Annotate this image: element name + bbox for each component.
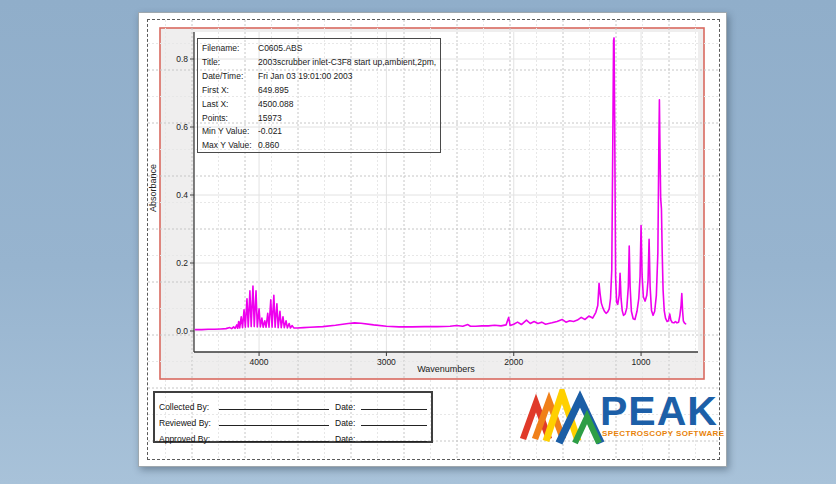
info-row: Title: 2003scrubber inlet-C3F8 start up,… bbox=[202, 56, 436, 70]
desktop-background: { "info_box": { "rows": [ {"label": "Fil… bbox=[0, 0, 836, 484]
info-row: First X: 649.895 bbox=[202, 84, 436, 98]
report-page: 40003000200010000.00.20.40.60.8 Filename… bbox=[138, 12, 727, 467]
info-value: -0.021 bbox=[258, 125, 436, 139]
y-axis-title: Absorbance bbox=[148, 138, 158, 238]
date-line bbox=[361, 416, 427, 426]
info-row: Max Y Value: 0.860 bbox=[202, 139, 436, 153]
y-tick-label: 0.8 bbox=[176, 54, 188, 64]
info-value: 4500.088 bbox=[258, 98, 436, 112]
logo-wordmark: PEAK bbox=[600, 391, 718, 431]
info-value: 15973 bbox=[258, 112, 436, 126]
date-label: Date: bbox=[335, 418, 361, 428]
info-value: 0.860 bbox=[258, 139, 436, 153]
signature-row-approved: Approved By: Date: bbox=[159, 428, 427, 444]
y-tick-label: 0.6 bbox=[176, 122, 188, 132]
peak-logo: PEAK SPECTROSCOPY SOFTWARE bbox=[517, 389, 721, 447]
info-label: Date/Time: bbox=[202, 70, 258, 84]
date-line bbox=[361, 400, 427, 410]
y-tick-label: 0.2 bbox=[176, 258, 188, 268]
info-label: Points: bbox=[202, 112, 258, 126]
collected-by-label: Collected By: bbox=[159, 402, 217, 412]
date-label: Date: bbox=[335, 402, 361, 412]
info-label: Max Y Value: bbox=[202, 139, 258, 153]
info-row: Points: 15973 bbox=[202, 112, 436, 126]
approved-by-label: Approved By: bbox=[159, 434, 217, 444]
info-label: Last X: bbox=[202, 98, 258, 112]
info-value: 649.895 bbox=[258, 84, 436, 98]
info-value: C0605.ABS bbox=[258, 42, 436, 56]
date-label: Date: bbox=[335, 434, 361, 444]
info-row: Min Y Value: -0.021 bbox=[202, 125, 436, 139]
y-tick-label: 0.0 bbox=[176, 326, 188, 336]
logo-tagline: SPECTROSCOPY SOFTWARE bbox=[602, 429, 720, 438]
reviewed-by-line bbox=[219, 416, 329, 426]
reviewed-by-label: Reviewed By: bbox=[159, 418, 217, 428]
signature-row-collected: Collected By: Date: bbox=[159, 396, 427, 412]
collected-by-line bbox=[219, 400, 329, 410]
info-value: Fri Jan 03 19:01:00 2003 bbox=[258, 70, 436, 84]
info-label: Min Y Value: bbox=[202, 125, 258, 139]
x-axis-title: Wavenumbers bbox=[194, 364, 698, 374]
y-tick-label: 0.4 bbox=[176, 190, 188, 200]
info-row: Date/Time: Fri Jan 03 19:01:00 2003 bbox=[202, 70, 436, 84]
info-value: 2003scrubber inlet-C3F8 start up,ambient… bbox=[258, 56, 436, 70]
approved-by-line bbox=[219, 432, 329, 442]
mountains-icon bbox=[517, 389, 609, 447]
info-label: Title: bbox=[202, 56, 258, 70]
spectrum-info-box: Filename: C0605.ABS Title: 2003scrubber … bbox=[197, 38, 441, 153]
info-label: First X: bbox=[202, 84, 258, 98]
info-row: Filename: C0605.ABS bbox=[202, 42, 436, 56]
date-line bbox=[361, 432, 427, 442]
signature-box: Collected By: Date: Reviewed By: Date: A… bbox=[153, 391, 433, 443]
signature-row-reviewed: Reviewed By: Date: bbox=[159, 412, 427, 428]
info-label: Filename: bbox=[202, 42, 258, 56]
info-row: Last X: 4500.088 bbox=[202, 98, 436, 112]
